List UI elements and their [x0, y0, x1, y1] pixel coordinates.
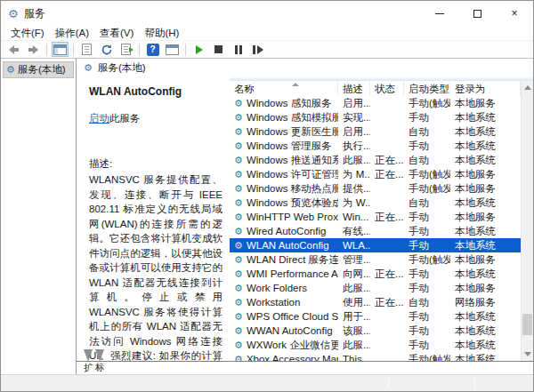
tree-item-services-local[interactable]: ⚙ 服务(本地)	[3, 61, 74, 78]
service-logon-as: 本地服务	[450, 96, 521, 110]
start-service-link[interactable]: 启动	[89, 113, 109, 124]
service-logon-as: 本地系统	[450, 124, 521, 139]
refresh-button[interactable]	[98, 42, 115, 57]
minimize-button[interactable]	[421, 1, 458, 26]
service-description: 实现...	[338, 110, 370, 124]
service-description: 此服...	[338, 281, 370, 295]
pause-service-button[interactable]	[230, 42, 247, 57]
service-logon-as: 本地系统	[450, 153, 521, 167]
service-gear-icon: ⚙	[234, 255, 243, 265]
service-status	[370, 124, 404, 139]
view-tab[interactable]: 扩展	[84, 362, 93, 374]
service-gear-icon: ⚙	[234, 156, 243, 165]
vertical-scrollbar[interactable]	[521, 81, 533, 361]
service-row[interactable]: ⚙Windows 管理服务 执行... 手动 本地系统	[230, 139, 521, 153]
service-gear-icon: ⚙	[234, 99, 243, 108]
service-gear-icon: ⚙	[234, 127, 243, 137]
column-header-description[interactable]: 描述	[338, 81, 370, 96]
menu-item[interactable]: 文件(F)	[5, 26, 50, 41]
menu-item[interactable]: 查看(V)	[94, 26, 139, 41]
toolbar-separator	[139, 44, 140, 56]
service-row[interactable]: ⚙Windows 预览体验成员服务 为 W... 自动 本地系统	[230, 196, 521, 210]
column-header-name[interactable]: 名称	[230, 81, 338, 96]
list-body: ⚙Windows 感知服务 启用... 手动(触发... 本地服务 ⚙Windo…	[230, 96, 533, 361]
service-description: 为 W...	[338, 196, 370, 210]
service-row[interactable]: ⚙WLAN Direct 服务连接管... 管理... 手动(触发... 本地服…	[230, 252, 521, 267]
service-startup-type: 手动(触发...	[404, 181, 450, 196]
service-action: 启动此服务	[89, 112, 222, 125]
service-row[interactable]: ⚙Windows 许可证管理器服务 为 M... 正在... 手动(触发... …	[230, 167, 521, 181]
service-row[interactable]: ⚙Windows 更新医生服务 启用... 自动 本地系统	[230, 124, 521, 139]
start-service-suffix: 此服务	[109, 113, 141, 124]
menu-item[interactable]: 帮助(H)	[139, 26, 184, 41]
minimize-icon	[435, 13, 444, 14]
service-row[interactable]: ⚙Windows 移动热点服务 提供... 手动(触发... 本地服务	[230, 181, 521, 196]
service-row[interactable]: ⚙Windows 感知模拟服务 实现... 手动 本地系统	[230, 110, 521, 124]
menu-item[interactable]: 操作(A)	[50, 26, 94, 41]
list-header: 名称 描述 状态 启动类型 登录为	[230, 81, 533, 96]
maximize-button[interactable]	[458, 1, 496, 26]
service-row[interactable]: ⚙Work Folders 此服... 手动 本地服务	[230, 281, 521, 295]
toolbar-separator	[185, 44, 186, 56]
stop-service-button[interactable]	[210, 42, 227, 57]
statusbar-divider	[474, 378, 475, 388]
service-startup-type: 自动	[404, 196, 450, 210]
service-row[interactable]: ⚙WLAN AutoConfig WLA... 手动 本地系统	[230, 238, 521, 252]
service-name: WXWork 企业微信更新服务	[247, 338, 338, 352]
service-row[interactable]: ⚙Xbox Accessory Manage... This ... 手动(触发…	[230, 352, 521, 361]
service-gear-icon: ⚙	[234, 241, 243, 251]
service-row[interactable]: ⚙WPS Office Cloud Service 用于... 手动 本地系统	[230, 309, 521, 324]
service-description: 有线...	[338, 224, 370, 238]
export-list-button[interactable]	[117, 42, 134, 57]
scrollbar-thumb[interactable]	[522, 314, 532, 335]
start-service-button[interactable]	[190, 42, 207, 57]
service-description: 使用...	[338, 295, 370, 309]
forward-button[interactable]	[25, 42, 42, 57]
close-button[interactable]: ×	[496, 1, 533, 26]
view-tab[interactable]: 标准	[95, 362, 104, 374]
service-status	[370, 324, 404, 338]
service-status	[370, 139, 404, 153]
service-row[interactable]: ⚙Workstation 使用... 正在... 自动 网络服务	[230, 295, 521, 309]
toolbar-separator	[73, 44, 74, 56]
service-name: Workstation	[247, 295, 301, 309]
show-console-tree-button[interactable]	[52, 42, 69, 57]
service-row[interactable]: ⚙WinHTTP Web Proxy Aut... Win... 正在... 手…	[230, 210, 521, 224]
column-header-startup-type[interactable]: 启动类型	[404, 81, 450, 96]
service-row[interactable]: ⚙Wired AutoConfig 有线... 手动 本地系统	[230, 224, 521, 238]
main-area: ⚙ 服务(本地) ⚙ 服务(本地) WLAN AutoConfig 启动此服务 …	[1, 59, 533, 374]
service-row[interactable]: ⚙Windows 推送通知系统服务 此服... 正在... 自动 本地系统	[230, 153, 521, 167]
service-row[interactable]: ⚙WWAN AutoConfig 该服... 手动 本地系统	[230, 324, 521, 338]
service-description: 此服...	[338, 153, 370, 167]
restart-service-button[interactable]	[249, 42, 266, 57]
column-header-status[interactable]: 状态	[370, 81, 404, 96]
service-row[interactable]: ⚙Windows 感知服务 启用... 手动(触发... 本地服务	[230, 96, 521, 110]
service-startup-type: 手动	[404, 210, 450, 224]
properties-button[interactable]	[78, 42, 95, 57]
service-gear-icon: ⚙	[234, 113, 243, 123]
toolbar: ?	[1, 41, 533, 59]
service-startup-type: 手动	[404, 139, 450, 153]
column-header-logon-as[interactable]: 登录为	[450, 81, 521, 96]
help-button[interactable]: ?	[144, 42, 161, 57]
service-name: Windows 感知模拟服务	[247, 110, 338, 124]
console-tree-icon	[53, 44, 67, 55]
services-gear-icon: ⚙	[6, 65, 15, 75]
back-button[interactable]	[5, 42, 22, 57]
panel-header: ⚙ 服务(本地)	[77, 59, 533, 76]
service-row[interactable]: ⚙WXWork 企业微信更新服务 此服... 手动 本地系统	[230, 338, 521, 352]
service-row[interactable]: ⚙WMI Performance Adapt... 向网... 正在... 手动…	[230, 267, 521, 281]
service-description: 启用...	[338, 96, 370, 110]
service-name: Windows 更新医生服务	[247, 124, 338, 139]
service-description: 执行...	[338, 139, 370, 153]
toolbar-separator	[46, 44, 47, 56]
services-gear-icon: ⚙	[8, 7, 19, 20]
service-gear-icon: ⚙	[234, 340, 243, 350]
scroll-up-button[interactable]	[522, 81, 533, 94]
extended-view-button[interactable]	[164, 42, 181, 57]
service-gear-icon: ⚙	[234, 326, 243, 336]
service-name: WMI Performance Adapt...	[247, 267, 338, 281]
service-list: 名称 描述 状态 启动类型 登录为 ⚙Windows 感知服务 启用... 手动…	[230, 76, 533, 361]
export-list-icon	[121, 44, 131, 55]
scroll-down-button[interactable]	[522, 348, 533, 361]
